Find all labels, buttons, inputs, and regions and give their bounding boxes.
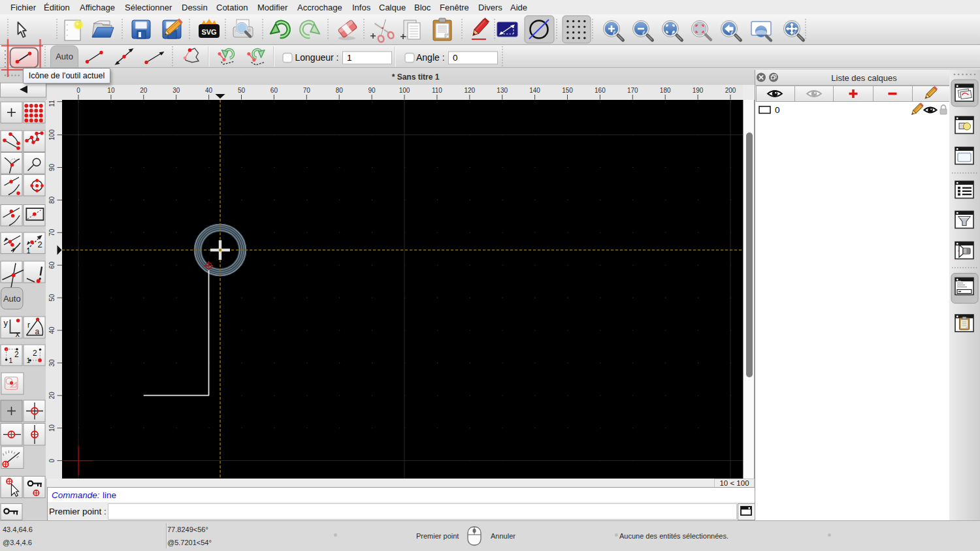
svg-text:Auto: Auto [3, 294, 21, 304]
svg-text:130: 130 [497, 87, 508, 94]
svg-text:Auto: Auto [56, 52, 73, 61]
svg-text:90: 90 [48, 164, 56, 172]
svg-text:10: 10 [48, 424, 56, 432]
svg-text:90: 90 [368, 87, 376, 94]
svg-text:110: 110 [48, 100, 56, 107]
svg-text:10: 10 [107, 87, 115, 94]
svg-text:50: 50 [238, 87, 246, 94]
svg-text:30: 30 [172, 87, 180, 94]
svg-text:0: 0 [775, 105, 780, 115]
svg-text:40: 40 [48, 326, 56, 334]
svg-text:200: 200 [725, 87, 736, 94]
svg-text:30: 30 [48, 359, 56, 367]
svg-text:170: 170 [627, 87, 638, 94]
svg-text:20: 20 [140, 87, 148, 94]
svg-text:180: 180 [660, 87, 671, 94]
svg-text:40: 40 [205, 87, 213, 94]
svg-text:70: 70 [303, 87, 311, 94]
svg-text:190: 190 [693, 87, 704, 94]
svg-text:2: 2 [38, 240, 42, 249]
svg-text:SVG: SVG [201, 28, 216, 36]
svg-text:2: 2 [14, 350, 19, 359]
svg-text:0: 0 [76, 87, 80, 94]
svg-text:Angle :: Angle : [416, 52, 445, 63]
svg-text:0: 0 [453, 53, 458, 63]
svg-text:1: 1 [347, 53, 352, 63]
svg-text:70: 70 [48, 228, 56, 236]
svg-text:110: 110 [432, 87, 442, 94]
svg-text:100: 100 [399, 87, 410, 94]
svg-text:60: 60 [270, 87, 278, 94]
svg-text:a: a [35, 327, 40, 336]
svg-text:x: x [16, 329, 20, 339]
svg-text:1: 1 [27, 356, 31, 364]
svg-text:50: 50 [48, 294, 56, 302]
svg-text:100: 100 [48, 129, 56, 140]
svg-text:1: 1 [27, 247, 31, 255]
svg-text:y: y [4, 318, 8, 328]
svg-text:80: 80 [48, 196, 56, 204]
svg-text:Longueur :: Longueur : [295, 52, 339, 63]
svg-text:80: 80 [336, 87, 344, 94]
svg-text:120: 120 [464, 87, 475, 94]
svg-text:160: 160 [595, 87, 606, 94]
svg-text:20: 20 [48, 392, 56, 400]
svg-text:r: r [27, 321, 30, 330]
svg-text:140: 140 [529, 87, 540, 94]
svg-text:1: 1 [9, 356, 13, 364]
svg-text:0: 0 [48, 458, 56, 462]
svg-text:150: 150 [562, 87, 573, 94]
svg-text:60: 60 [48, 261, 56, 269]
svg-text:2: 2 [33, 349, 37, 358]
